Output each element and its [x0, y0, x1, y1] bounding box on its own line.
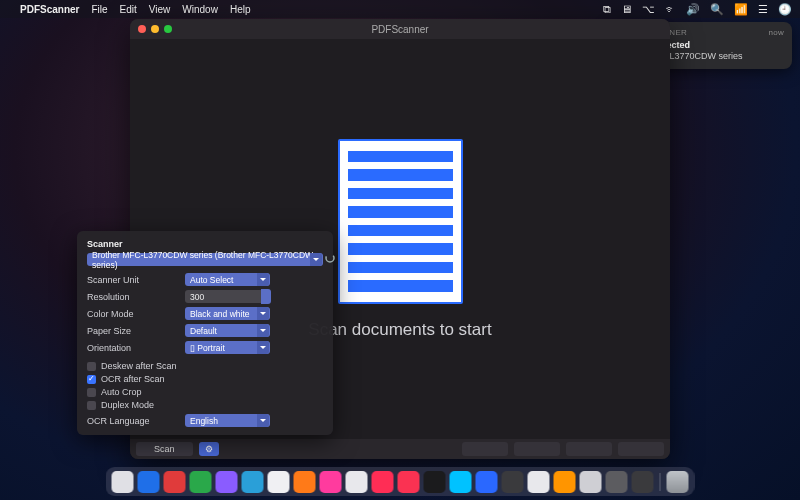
- battery-icon[interactable]: 📶: [734, 3, 748, 16]
- select-value: Default: [190, 326, 217, 336]
- checkbox[interactable]: [87, 388, 96, 397]
- checkbox-row[interactable]: Deskew after Scan: [87, 361, 323, 371]
- chevron-down-icon: [310, 253, 322, 266]
- settings-label: Paper Size: [87, 326, 179, 336]
- color-mode-select[interactable]: Black and white: [185, 307, 270, 320]
- dock-app-icon[interactable]: [294, 471, 316, 493]
- checkbox-label: Duplex Mode: [101, 400, 154, 410]
- checkbox[interactable]: [87, 401, 96, 410]
- scanner-settings-popover: Scanner Brother MFC-L3770CDW series (Bro…: [77, 231, 333, 435]
- stepper-icon[interactable]: [261, 289, 271, 304]
- settings-row: Paper SizeDefault: [87, 324, 323, 337]
- checkbox-label: Auto Crop: [101, 387, 142, 397]
- titlebar[interactable]: PDFScanner: [130, 19, 670, 39]
- menubar-app[interactable]: PDFScanner: [20, 4, 79, 15]
- popover-heading: Scanner: [87, 239, 323, 249]
- mac-menubar: PDFScanner File Edit View Window Help ⧉ …: [0, 0, 800, 18]
- toolbar-disabled-button: [462, 442, 508, 456]
- dock-app-icon[interactable]: [164, 471, 186, 493]
- ocr-language-label: OCR Language: [87, 416, 179, 426]
- toolbar-disabled-button: [618, 442, 664, 456]
- dock-app-icon[interactable]: [398, 471, 420, 493]
- settings-row: Orientation▯ Portrait: [87, 341, 323, 354]
- spinner-icon: [325, 253, 335, 265]
- stage-manager-icon[interactable]: ⧉: [603, 3, 611, 16]
- settings-row: Scanner UnitAuto Select: [87, 273, 323, 286]
- resolution-field[interactable]: 300: [185, 290, 270, 303]
- menubar-status-icons: ⧉ 🖥 ⌥ ᯤ 🔊 🔍 📶 ☰ 🕘: [603, 3, 792, 16]
- dock-app-icon[interactable]: [320, 471, 342, 493]
- dock-app-icon[interactable]: [112, 471, 134, 493]
- orientation-select[interactable]: ▯ Portrait: [185, 341, 270, 354]
- checkbox-label: OCR after Scan: [101, 374, 165, 384]
- settings-label: Orientation: [87, 343, 179, 353]
- dock-separator: [660, 473, 661, 491]
- zoom-icon[interactable]: [164, 25, 172, 33]
- scanner-device-value: Brother MFC-L3770CDW series (Brother MFC…: [92, 250, 318, 270]
- dock-app-icon[interactable]: [424, 471, 446, 493]
- scanner-unit-select[interactable]: Auto Select: [185, 273, 270, 286]
- spotlight-icon[interactable]: 🔍: [710, 3, 724, 16]
- dock-app-icon[interactable]: [606, 471, 628, 493]
- settings-row: Color ModeBlack and white: [87, 307, 323, 320]
- minimize-icon[interactable]: [151, 25, 159, 33]
- notifications-icon[interactable]: ☰: [758, 3, 768, 16]
- scan-button[interactable]: Scan: [136, 442, 193, 456]
- dock-app-icon[interactable]: [268, 471, 290, 493]
- settings-label: Color Mode: [87, 309, 179, 319]
- dock-app-icon[interactable]: [450, 471, 472, 493]
- close-icon[interactable]: [138, 25, 146, 33]
- dock-app-icon[interactable]: [216, 471, 238, 493]
- dock-app-icon[interactable]: [346, 471, 368, 493]
- settings-label: Scanner Unit: [87, 275, 179, 285]
- empty-state-text: Scan documents to start: [308, 320, 491, 340]
- scanner-device-select[interactable]: Brother MFC-L3770CDW series (Brother MFC…: [87, 253, 323, 266]
- ocr-language-select[interactable]: English: [185, 414, 270, 427]
- menu-window[interactable]: Window: [182, 4, 218, 15]
- dock: [106, 467, 695, 496]
- dock-app-icon[interactable]: [580, 471, 602, 493]
- dock-app-icon[interactable]: [138, 471, 160, 493]
- toolbar-disabled-button: [566, 442, 612, 456]
- checkbox-row[interactable]: Duplex Mode: [87, 400, 323, 410]
- menu-help[interactable]: Help: [230, 4, 251, 15]
- checkbox-row[interactable]: Auto Crop: [87, 387, 323, 397]
- checkbox-row[interactable]: ✓OCR after Scan: [87, 374, 323, 384]
- chevron-down-icon: [257, 414, 269, 427]
- dock-app-icon[interactable]: [502, 471, 524, 493]
- ocr-language-value: English: [190, 416, 218, 426]
- display-icon[interactable]: 🖥: [621, 3, 632, 15]
- menu-file[interactable]: File: [91, 4, 107, 15]
- wifi-icon[interactable]: ᯤ: [665, 3, 676, 15]
- bottom-toolbar: Scan ⚙: [130, 439, 670, 459]
- dock-app-icon[interactable]: [632, 471, 654, 493]
- chevron-down-icon: [257, 273, 269, 286]
- checkbox-label: Deskew after Scan: [101, 361, 177, 371]
- chevron-down-icon: [257, 307, 269, 320]
- notification-time: now: [768, 28, 784, 38]
- select-value: Auto Select: [190, 275, 233, 285]
- settings-label: Resolution: [87, 292, 179, 302]
- dock-app-icon[interactable]: [528, 471, 550, 493]
- dock-app-icon[interactable]: [554, 471, 576, 493]
- dock-app-icon[interactable]: [242, 471, 264, 493]
- dock-app-icon[interactable]: [190, 471, 212, 493]
- select-value: Black and white: [190, 309, 250, 319]
- trash-icon[interactable]: [667, 471, 689, 493]
- clock-icon[interactable]: 🕘: [778, 3, 792, 16]
- menu-view[interactable]: View: [149, 4, 171, 15]
- menu-edit[interactable]: Edit: [120, 4, 137, 15]
- paper-size-select[interactable]: Default: [185, 324, 270, 337]
- toolbar-disabled-button: [514, 442, 560, 456]
- settings-button[interactable]: ⚙: [199, 442, 219, 456]
- dock-app-icon[interactable]: [372, 471, 394, 493]
- checkbox[interactable]: ✓: [87, 375, 96, 384]
- checkbox[interactable]: [87, 362, 96, 371]
- select-value: ▯ Portrait: [190, 343, 225, 353]
- dock-app-icon[interactable]: [476, 471, 498, 493]
- control-center-icon[interactable]: ⌥: [642, 3, 655, 16]
- sound-icon[interactable]: 🔊: [686, 3, 700, 16]
- document-placeholder-icon: [338, 139, 463, 304]
- window-title: PDFScanner: [130, 24, 670, 35]
- chevron-down-icon: [257, 341, 269, 354]
